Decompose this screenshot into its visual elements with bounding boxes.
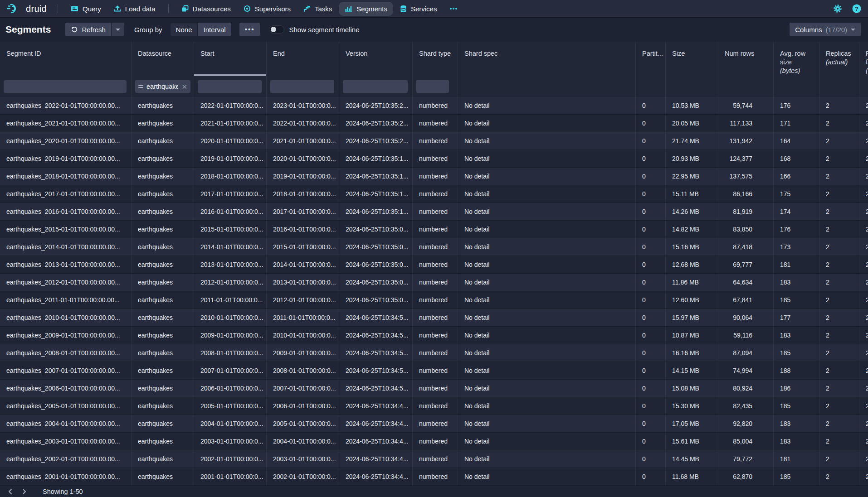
cell-size[interactable]: 14.82 MB	[666, 221, 718, 238]
cell-replicas[interactable]: 2	[819, 433, 859, 450]
cell-replicas[interactable]: 2	[819, 132, 859, 150]
datasource-filter-tag[interactable]: earthquakes✕	[135, 80, 190, 93]
cell-start[interactable]: 2016-01-01T00:00:0...	[194, 203, 267, 220]
cell-shard_type[interactable]: numbered	[413, 274, 458, 291]
cell-replication_factor[interactable]: 2	[859, 185, 868, 203]
cell-start[interactable]: 2014-01-01T00:00:0...	[194, 238, 267, 256]
cell-partition[interactable]: 0	[636, 415, 666, 432]
cell-shard_spec[interactable]: No detail	[458, 97, 636, 114]
cell-num_rows[interactable]: 124,377	[718, 150, 774, 167]
cell-num_rows[interactable]: 86,166	[718, 185, 774, 203]
cell-shard_type[interactable]: numbered	[413, 380, 458, 397]
cell-partition[interactable]: 0	[636, 327, 666, 344]
cell-avg_row_size[interactable]: 177	[774, 309, 819, 326]
cell-start[interactable]: 2022-01-01T00:00:0...	[194, 97, 267, 114]
cell-version[interactable]: 2024-06-25T10:34:4...	[339, 433, 413, 450]
cell-segment_id[interactable]: earthquakes_2011-01-01T00:00:00.00...	[0, 291, 132, 309]
cell-shard_type[interactable]: numbered	[413, 185, 458, 203]
cell-version[interactable]: 2024-06-25T10:35:1...	[339, 203, 413, 220]
cell-replication_factor[interactable]: 2	[859, 168, 868, 185]
cell-datasource[interactable]: earthquakes	[132, 115, 194, 132]
cell-segment_id[interactable]: earthquakes_2003-01-01T00:00:00.00...	[0, 433, 132, 450]
group-by-option-none[interactable]: None	[171, 23, 198, 36]
cell-replication_factor[interactable]: 2	[859, 291, 868, 309]
cell-segment_id[interactable]: earthquakes_2008-01-01T00:00:00.00...	[0, 344, 132, 362]
cell-segment_id[interactable]: earthquakes_2017-01-01T00:00:00.00...	[0, 185, 132, 203]
column-header-size[interactable]: Size	[666, 42, 718, 76]
cell-datasource[interactable]: earthquakes	[132, 203, 194, 220]
cell-shard_spec[interactable]: No detail	[458, 203, 636, 220]
cell-replicas[interactable]: 2	[819, 97, 859, 114]
druid-logo[interactable]: druid	[6, 3, 47, 14]
cell-datasource[interactable]: earthquakes	[132, 415, 194, 432]
cell-shard_type[interactable]: numbered	[413, 433, 458, 450]
cell-partition[interactable]: 0	[636, 168, 666, 185]
cell-avg_row_size[interactable]: 173	[774, 238, 819, 256]
cell-replicas[interactable]: 2	[819, 415, 859, 432]
cell-shard_spec[interactable]: No detail	[458, 291, 636, 309]
cell-avg_row_size[interactable]: 186	[774, 380, 819, 397]
cell-shard_type[interactable]: numbered	[413, 150, 458, 167]
cell-end[interactable]: 2009-01-01T00:00:0...	[267, 344, 339, 362]
nav-item-query[interactable]: Query	[65, 2, 107, 16]
cell-partition[interactable]: 0	[636, 450, 666, 468]
cell-replication_factor[interactable]: 2	[859, 97, 868, 114]
cell-shard_spec[interactable]: No detail	[458, 238, 636, 256]
cell-datasource[interactable]: earthquakes	[132, 362, 194, 379]
cell-version[interactable]: 2024-06-25T10:35:0...	[339, 256, 413, 273]
cell-shard_spec[interactable]: No detail	[458, 309, 636, 326]
cell-replication_factor[interactable]: 2	[859, 115, 868, 132]
cell-shard_spec[interactable]: No detail	[458, 380, 636, 397]
cell-replicas[interactable]: 2	[819, 291, 859, 309]
cell-size[interactable]: 11.68 MB	[666, 468, 718, 485]
cell-num_rows[interactable]: 117,133	[718, 115, 774, 132]
cell-avg_row_size[interactable]: 176	[774, 97, 819, 114]
cell-segment_id[interactable]: earthquakes_2013-01-01T00:00:00.00...	[0, 256, 132, 273]
cell-avg_row_size[interactable]: 185	[774, 397, 819, 415]
cell-shard_type[interactable]: numbered	[413, 168, 458, 185]
cell-start[interactable]: 2004-01-01T00:00:0...	[194, 415, 267, 432]
cell-segment_id[interactable]: earthquakes_2009-01-01T00:00:00.00...	[0, 327, 132, 344]
cell-end[interactable]: 2016-01-01T00:00:0...	[267, 221, 339, 238]
cell-avg_row_size[interactable]: 181	[774, 450, 819, 468]
cell-datasource[interactable]: earthquakes	[132, 433, 194, 450]
cell-num_rows[interactable]: 87,094	[718, 344, 774, 362]
cell-start[interactable]: 2003-01-01T00:00:0...	[194, 433, 267, 450]
cell-num_rows[interactable]: 92,820	[718, 415, 774, 432]
column-header-shard_spec[interactable]: Shard spec	[458, 42, 636, 76]
cell-end[interactable]: 2013-01-01T00:00:0...	[267, 274, 339, 291]
column-header-avg_row_size[interactable]: Avg. row size(bytes)	[774, 42, 819, 76]
cell-end[interactable]: 2008-01-01T00:00:0...	[267, 362, 339, 379]
cell-replicas[interactable]: 2	[819, 203, 859, 220]
cell-shard_type[interactable]: numbered	[413, 132, 458, 150]
cell-end[interactable]: 2018-01-01T00:00:0...	[267, 185, 339, 203]
cell-version[interactable]: 2024-06-25T10:35:2...	[339, 97, 413, 114]
column-header-replication_factor[interactable]: Replication factor(target)	[859, 42, 868, 76]
refresh-button[interactable]: Refresh	[65, 23, 111, 36]
cell-partition[interactable]: 0	[636, 309, 666, 326]
cell-size[interactable]: 16.16 MB	[666, 344, 718, 362]
cell-avg_row_size[interactable]: 185	[774, 344, 819, 362]
cell-size[interactable]: 15.30 MB	[666, 397, 718, 415]
cell-datasource[interactable]: earthquakes	[132, 450, 194, 468]
cell-shard_spec[interactable]: No detail	[458, 344, 636, 362]
cell-shard_type[interactable]: numbered	[413, 238, 458, 256]
more-options-button[interactable]: •••	[239, 23, 260, 36]
cell-replicas[interactable]: 2	[819, 185, 859, 203]
cell-shard_type[interactable]: numbered	[413, 327, 458, 344]
cell-size[interactable]: 14.15 MB	[666, 362, 718, 379]
cell-datasource[interactable]: earthquakes	[132, 309, 194, 326]
cell-partition[interactable]: 0	[636, 362, 666, 379]
cell-partition[interactable]: 0	[636, 380, 666, 397]
nav-item-tasks[interactable]: Tasks	[297, 2, 338, 16]
cell-size[interactable]: 15.11 MB	[666, 185, 718, 203]
cell-end[interactable]: 2017-01-01T00:00:0...	[267, 203, 339, 220]
cell-end[interactable]: 2003-01-01T00:00:0...	[267, 450, 339, 468]
cell-size[interactable]: 15.61 MB	[666, 433, 718, 450]
cell-replicas[interactable]: 2	[819, 327, 859, 344]
cell-replication_factor[interactable]: 2	[859, 380, 868, 397]
cell-num_rows[interactable]: 87,418	[718, 238, 774, 256]
cell-replicas[interactable]: 2	[819, 150, 859, 167]
cell-segment_id[interactable]: earthquakes_2001-01-01T00:00:00.00...	[0, 468, 132, 485]
cell-size[interactable]: 12.60 MB	[666, 291, 718, 309]
